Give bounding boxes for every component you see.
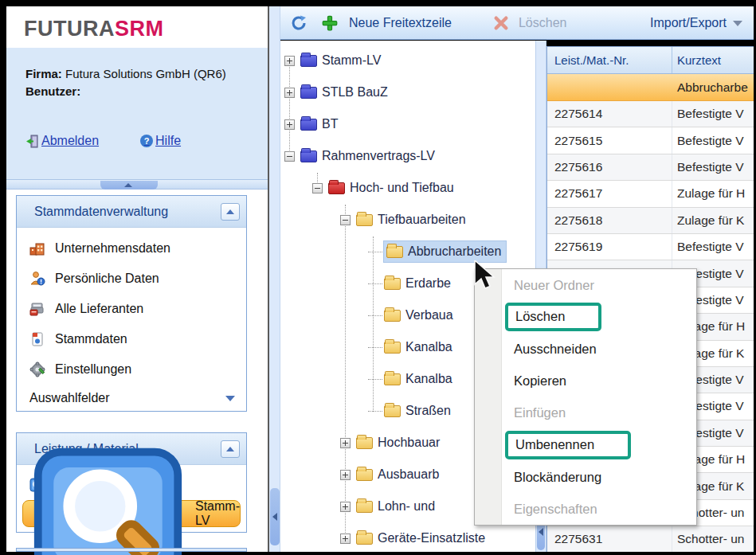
tree-node-label[interactable]: Straßen	[405, 404, 451, 418]
tree-node-label[interactable]: Lohn- und	[378, 499, 435, 514]
table-row[interactable]: 2275619Befestigte V	[547, 234, 754, 260]
sidebar-item-label: Unternehmensdaten	[55, 241, 170, 256]
sidebar-item-einstellungen[interactable]: Einstellungen	[17, 354, 246, 385]
tree-node[interactable]: BT	[280, 108, 535, 140]
cell-nr: 2275617	[547, 181, 672, 206]
tree-node-label[interactable]: Hoch- und Tiefbau	[350, 181, 454, 195]
expander-plus-icon[interactable]	[340, 502, 351, 512]
horizontal-splitter[interactable]	[6, 179, 268, 190]
tree-node-label[interactable]: Erdarbe	[405, 276, 451, 291]
folder-icon	[384, 373, 401, 385]
expander-plus-icon[interactable]	[340, 534, 351, 544]
expander-minus-icon[interactable]	[284, 151, 295, 162]
table-row[interactable]: 2275616Befestigte V	[547, 154, 754, 181]
sidebar-splitter-handle[interactable]	[270, 488, 280, 545]
menu-item-ausschneiden[interactable]: Ausschneiden	[475, 333, 696, 365]
logout-link[interactable]: Abmelden	[25, 134, 99, 148]
menu-item-label: Umbenennen	[515, 437, 594, 451]
tree-node-label[interactable]: Kanalba	[405, 340, 452, 354]
folder-icon	[300, 119, 317, 131]
expander-minus-icon[interactable]	[312, 183, 323, 193]
tree-node-label[interactable]: STLB BauZ	[322, 85, 388, 100]
menu-item-neuer-ordner: Neuer Ordner	[475, 269, 696, 301]
table-row[interactable]: 2275631Schotter- un	[547, 526, 754, 552]
mouse-cursor-icon	[473, 260, 500, 294]
collapse-up-icon	[226, 209, 234, 214]
table-row[interactable]: 2275617Zulage für H	[547, 181, 754, 207]
expander-minus-icon[interactable]	[340, 215, 351, 225]
menu-item-kopieren[interactable]: Kopieren	[475, 365, 696, 397]
tree-connector	[368, 379, 382, 380]
tree-node[interactable]: Hoch- und Tiefbau	[280, 172, 535, 204]
tree-node[interactable]: Tiefbauarbeiten	[280, 204, 535, 236]
tree-node[interactable]: Geräte-Einsatzliste	[280, 522, 535, 552]
import-export-button[interactable]: Import/Export	[650, 16, 742, 30]
tree-node-label[interactable]: Ausbauarb	[378, 467, 439, 482]
sidebar-item-unternehmensdaten[interactable]: Unternehmensdaten	[17, 233, 246, 264]
expander-plus-icon[interactable]	[340, 470, 351, 480]
sidebar-item-stamm-lv-selected[interactable]: Stamm-LV	[22, 500, 241, 527]
panel2-items: Kontrakte Stamm-LV	[17, 465, 246, 527]
menu-item-loeschen[interactable]: Löschen	[475, 301, 696, 333]
tree-node-label[interactable]: Tiefbauarbeiten	[378, 213, 466, 227]
tree-node[interactable]: Rahmenvertrags-LV	[280, 140, 535, 172]
expander-plus-icon[interactable]	[340, 438, 351, 448]
tree-node-label[interactable]: Hochbauar	[378, 436, 440, 450]
table-row[interactable]: 2275618Zulage für K	[547, 208, 754, 234]
tree-node-label[interactable]: BT	[322, 117, 338, 131]
tree-connector	[368, 411, 382, 412]
sidebar-item-persoenliche-daten[interactable]: Persönliche Daten	[17, 264, 246, 294]
sidebar-item-alle-lieferanten[interactable]: Alle Lieferanten	[17, 294, 246, 324]
collapse-up-icon	[226, 447, 234, 451]
tree-node[interactable]: STLB BauZ	[280, 76, 535, 108]
tree-node-label[interactable]: Stamm-LV	[322, 53, 381, 68]
panel1-collapse-button[interactable]	[221, 203, 240, 221]
refresh-icon[interactable]	[290, 14, 307, 32]
help-link[interactable]: ? Hilfe	[140, 134, 181, 148]
tree-node-label[interactable]: Kanalba	[405, 372, 452, 386]
building-icon	[29, 240, 45, 256]
menu-item-label: Kopieren	[514, 373, 566, 389]
tree-node-label[interactable]: Verbaua	[405, 308, 453, 322]
new-freetext-button[interactable]: Neue Freitextzeile	[349, 16, 452, 30]
menu-item-umbenennen[interactable]: Umbenennen	[475, 429, 696, 461]
sidebar-item-label: Stammdaten	[55, 332, 127, 346]
cell-kurztext: Befestigte V	[672, 107, 754, 121]
panel2-collapse-button[interactable]	[221, 440, 240, 458]
panel1-header[interactable]: Stammdatenverwaltung	[17, 196, 246, 228]
column-header-nr[interactable]: Leist./Mat.-Nr.	[547, 47, 672, 73]
menu-item-label: Löschen	[515, 309, 565, 323]
selected-node-highlight[interactable]: Abbrucharbeiten	[384, 241, 506, 262]
expander-plus-icon[interactable]	[284, 56, 295, 66]
tree-node-label[interactable]: Abbrucharbeiten	[408, 244, 501, 259]
menu-item-einfuegen: Einfügen	[475, 397, 696, 429]
benutzer-line: Benutzer:	[25, 83, 268, 100]
sidebar-item-stammdaten[interactable]: Stammdaten	[17, 324, 246, 354]
menu-item-blockaenderung[interactable]: Blockänderung	[475, 461, 696, 493]
sidebar-item-label: Alle Lieferanten	[55, 302, 143, 316]
add-icon[interactable]	[322, 15, 338, 31]
tree-node[interactable]: Stamm-LV	[280, 45, 535, 76]
panel-leistung-material: Leistung / Material Kontrakte Stamm-LV	[16, 432, 247, 533]
folder-icon	[384, 278, 401, 290]
folder-icon	[356, 214, 373, 226]
cell-kurztext: Zulage für H	[672, 186, 754, 201]
app-window: FUTURASRM Firma: Futura Solutions GmbH (…	[0, 0, 756, 555]
cell-nr: 2275618	[547, 208, 672, 233]
folder-icon	[384, 405, 401, 417]
expander-plus-icon[interactable]	[284, 119, 295, 130]
search-doc-icon	[30, 436, 186, 555]
user-info-panel: Firma: Futura Solutions GmbH (QR6) Benut…	[6, 48, 268, 179]
table-row[interactable]: 2275615Befestigte V	[547, 127, 754, 154]
group-row[interactable]: Abbrucharbe	[547, 74, 754, 101]
sidebar-splitter[interactable]	[268, 6, 280, 552]
logo-text-srm: SRM	[115, 17, 164, 41]
sidebar-item-auswahlfelder[interactable]: Auswahlfelder	[17, 385, 246, 412]
splitter-collapse-handle[interactable]	[100, 181, 158, 190]
expander-plus-icon[interactable]	[284, 88, 295, 98]
column-header-kurztext[interactable]: Kurztext	[672, 47, 754, 73]
tree-node-label[interactable]: Rahmenvertrags-LV	[322, 149, 435, 163]
tree-node-label[interactable]: Geräte-Einsatzliste	[378, 531, 485, 545]
help-label: Hilfe	[155, 134, 181, 148]
table-row[interactable]: 2275614Befestigte V	[547, 101, 754, 127]
